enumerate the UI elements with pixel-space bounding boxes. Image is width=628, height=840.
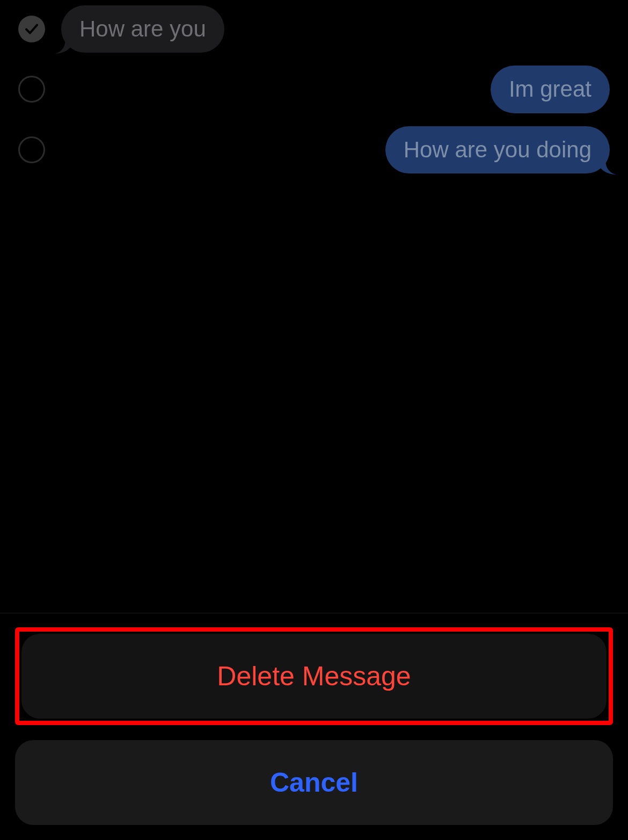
bubble-tail-icon xyxy=(55,39,73,54)
message-row: How are you doing xyxy=(18,126,610,173)
bubble-tail-icon xyxy=(598,160,616,175)
action-sheet: Delete Message Cancel xyxy=(15,627,613,825)
cancel-button[interactable]: Cancel xyxy=(15,740,613,825)
bubble-container: How are you doing xyxy=(45,126,610,173)
message-row: Im great xyxy=(18,66,610,113)
message-bubble-outgoing[interactable]: How are you doing xyxy=(385,126,610,173)
message-text: How are you xyxy=(79,16,206,41)
select-toggle[interactable] xyxy=(18,76,45,103)
circle-unchecked-icon xyxy=(18,136,45,163)
message-text: How are you doing xyxy=(404,137,592,162)
message-bubble-outgoing[interactable]: Im great xyxy=(491,66,610,113)
checkmark-icon xyxy=(18,16,45,42)
annotation-highlight: Delete Message xyxy=(15,627,613,725)
delete-message-button[interactable]: Delete Message xyxy=(21,634,607,719)
message-bubble-incoming[interactable]: How are you xyxy=(61,5,224,53)
separator xyxy=(0,613,628,613)
select-toggle[interactable] xyxy=(18,16,45,42)
bubble-container: How are you xyxy=(45,5,610,53)
select-toggle[interactable] xyxy=(18,136,45,163)
message-row: How are you xyxy=(18,5,610,53)
bubble-container: Im great xyxy=(45,66,610,113)
message-text: Im great xyxy=(509,76,592,102)
circle-unchecked-icon xyxy=(18,76,45,103)
message-list: How are you Im great How are you doing xyxy=(0,5,628,186)
